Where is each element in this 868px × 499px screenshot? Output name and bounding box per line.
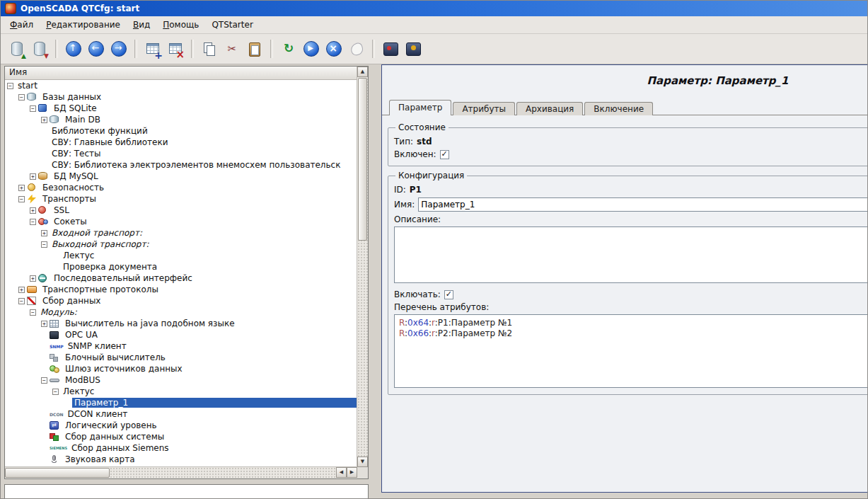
qtstarter-config-button[interactable] xyxy=(403,38,424,59)
tree-item-label: Транспортные протоколы xyxy=(40,285,161,294)
titlebar[interactable]: OpenSCADA QTCfg: start xyxy=(1,1,867,16)
menu-edit[interactable]: Редактирование xyxy=(40,18,127,32)
attributes-list[interactable]: R:0x64:r:P1:Параметр №1R:0x66:r:P2:Парам… xyxy=(394,314,868,388)
tree-item[interactable]: Шлюз источников данных xyxy=(5,363,357,374)
tree-header[interactable]: Имя xyxy=(5,67,357,80)
tree-item[interactable]: Логический уровень xyxy=(5,420,357,431)
stop-button[interactable] xyxy=(323,38,345,59)
scroll-down-icon[interactable]: ▼ xyxy=(357,457,368,467)
load-from-db-button[interactable] xyxy=(6,38,28,59)
scroll-right-icon[interactable]: ▶ xyxy=(347,467,357,478)
tree-item[interactable]: OPC UA xyxy=(5,329,357,340)
menu-help[interactable]: Помощь xyxy=(156,18,205,32)
expand-icon[interactable]: + xyxy=(41,321,47,327)
collapse-icon[interactable]: − xyxy=(41,377,47,384)
expand-icon[interactable]: + xyxy=(30,207,36,214)
tree-item-label: Безопасность xyxy=(40,183,106,193)
tree-item[interactable]: +Последовательный интерфейс xyxy=(5,273,357,284)
vertical-scroll-thumb[interactable] xyxy=(358,78,367,241)
description-textarea[interactable] xyxy=(394,226,868,283)
collapse-icon[interactable]: − xyxy=(30,219,36,225)
cut-item-button[interactable] xyxy=(221,38,243,59)
name-input[interactable] xyxy=(418,197,868,212)
collapse-icon[interactable]: − xyxy=(30,309,36,316)
tree-item[interactable]: +SSL xyxy=(5,205,357,216)
expand-icon[interactable]: + xyxy=(30,173,36,180)
tree-item[interactable]: SNMPSNMP клиент xyxy=(5,340,357,352)
scroll-left-icon[interactable]: ◀ xyxy=(336,467,347,478)
tree-item[interactable]: −Базы данных xyxy=(5,91,357,103)
start-periodic-update-button[interactable] xyxy=(301,38,322,59)
tree-item[interactable]: −Транспорты xyxy=(5,193,357,205)
tree-item[interactable]: −start xyxy=(5,80,357,91)
expand-icon[interactable]: + xyxy=(30,275,36,282)
tab-archiving[interactable]: Архивация xyxy=(516,102,583,115)
tree-item[interactable]: +Вычислитель на java подобном языке xyxy=(5,318,357,329)
qtstarter-vision-button[interactable] xyxy=(380,38,401,59)
enabled-label: Включен: xyxy=(394,149,436,159)
tree-item[interactable]: Сбор данных системы xyxy=(5,431,357,442)
add-item-button[interactable] xyxy=(142,38,163,59)
tree-item[interactable]: −Модуль: xyxy=(5,306,357,318)
tab-param[interactable]: Параметр xyxy=(389,100,451,115)
to-enable-label: Включать: xyxy=(394,289,441,299)
tree-item[interactable]: Проверка документа xyxy=(5,261,357,273)
expand-icon[interactable]: + xyxy=(41,117,47,123)
tree-item[interactable]: SIEMENSСбор данных Siemens xyxy=(5,442,357,454)
delete-item-button[interactable] xyxy=(165,38,186,59)
tree-vertical-scrollbar[interactable]: ▲ ▼ xyxy=(357,67,368,467)
copy-item-button[interactable] xyxy=(199,38,220,59)
tree-item[interactable]: +БД MySQL xyxy=(5,171,357,182)
tree-item[interactable]: −Выходной транспорт: xyxy=(5,239,357,250)
tree-item[interactable]: Лектус xyxy=(5,250,357,261)
tree-item[interactable]: +Main DB xyxy=(5,114,357,125)
tree-item-label: Сбор данных Siemens xyxy=(69,443,171,453)
tree-item[interactable]: −ModBUS xyxy=(5,374,357,386)
tree-item[interactable]: +Транспортные протоколы xyxy=(5,284,357,295)
scroll-up-icon[interactable]: ▲ xyxy=(357,67,368,77)
state-group: Состояние Тип: std Включен: xyxy=(388,122,868,166)
collapse-icon[interactable]: − xyxy=(18,94,25,101)
tree-item[interactable]: СВУ: Тесты xyxy=(5,148,357,159)
collapse-icon[interactable]: − xyxy=(41,241,47,248)
to-enable-checkbox[interactable] xyxy=(444,290,453,299)
enabled-checkbox[interactable] xyxy=(440,150,449,159)
tree-item[interactable]: +Входной транспорт: xyxy=(5,227,357,239)
tab-enable[interactable]: Включение xyxy=(584,102,653,115)
tree-item[interactable]: DCONDCON клиент xyxy=(5,408,357,420)
manual-button[interactable] xyxy=(346,38,367,59)
tree-item[interactable]: Звуковая карта xyxy=(5,454,357,465)
collapse-icon[interactable]: − xyxy=(18,196,25,202)
tree-item[interactable]: Параметр_1 xyxy=(5,397,357,408)
tree-horizontal-scrollbar[interactable]: ◀ ▶ xyxy=(5,466,357,478)
tree-item[interactable]: −БД SQLite xyxy=(5,103,357,114)
back-button[interactable] xyxy=(86,38,107,59)
siemens-icon: SIEMENS xyxy=(50,444,67,453)
tree-item[interactable]: Блочный вычислитель xyxy=(5,352,357,363)
tree-item[interactable]: −Сокеты xyxy=(5,216,357,227)
menu-view[interactable]: Вид xyxy=(127,18,156,32)
tree-item[interactable]: −Лектус xyxy=(5,386,357,397)
collapse-icon[interactable]: − xyxy=(52,389,59,395)
forward-button[interactable] xyxy=(108,38,129,59)
refresh-button[interactable] xyxy=(278,38,299,59)
tree-item[interactable]: СВУ: Библиотека электроэлементов мнемосх… xyxy=(5,159,357,171)
tree-item-label: start xyxy=(16,81,40,91)
collapse-icon[interactable]: − xyxy=(18,298,25,304)
up-button[interactable] xyxy=(63,38,84,59)
tree-item[interactable]: Библиотеки функций xyxy=(5,125,357,137)
save-to-db-button[interactable] xyxy=(29,38,50,59)
tree-item[interactable]: −Сбор данных xyxy=(5,295,357,306)
expand-icon[interactable]: + xyxy=(18,287,25,293)
paste-item-button[interactable] xyxy=(244,38,265,59)
tab-attributes[interactable]: Атрибуты xyxy=(453,102,515,115)
expand-icon[interactable]: + xyxy=(18,185,25,191)
menu-qtstarter[interactable]: QTStarter xyxy=(205,18,259,32)
collapse-icon[interactable]: − xyxy=(30,105,36,112)
horizontal-scroll-thumb[interactable] xyxy=(5,468,110,478)
tree-item[interactable]: СВУ: Главные библиотеки xyxy=(5,137,357,148)
expand-icon[interactable]: + xyxy=(41,230,47,236)
tree-item[interactable]: +Безопасность xyxy=(5,182,357,193)
menu-file[interactable]: Файл xyxy=(4,18,40,32)
collapse-icon[interactable]: − xyxy=(7,83,13,89)
